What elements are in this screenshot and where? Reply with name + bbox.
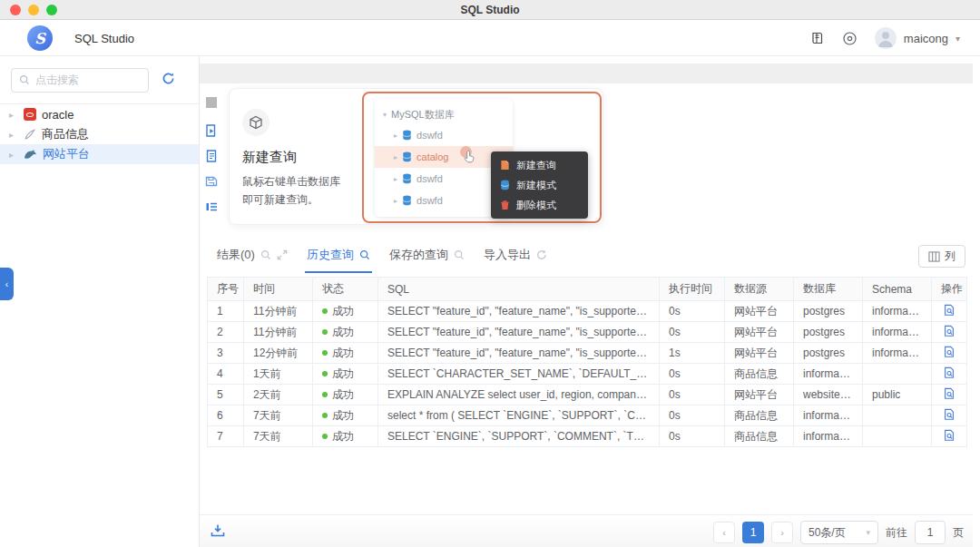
tab-results[interactable]: 结果(0) <box>215 243 289 271</box>
macos-titlebar: SQL Studio <box>0 0 980 20</box>
table-row: 1 11分钟前 成功 SELECT "feature_id", "feature… <box>208 301 967 322</box>
col-schema: Schema <box>863 278 932 301</box>
chevron-down-icon: ▾ <box>866 528 870 537</box>
document-icon[interactable] <box>204 149 219 163</box>
download-icon[interactable] <box>211 523 225 542</box>
empty-tab-strip <box>200 63 973 83</box>
sidebar-item-product-info[interactable]: ▸ 商品信息 <box>0 124 199 144</box>
expand-arrow-icon: ▸ <box>394 175 397 183</box>
status-dot <box>322 413 328 418</box>
user-menu[interactable]: maicong ▾ <box>875 27 960 49</box>
expand-arrow-icon: ▸ <box>394 132 397 140</box>
table-row: 5 2天前 成功 EXPLAIN ANALYZE select user_id,… <box>208 385 967 405</box>
table-row: 3 12分钟前 成功 SELECT "feature_id", "feature… <box>208 343 967 364</box>
sidebar-collapse-handle[interactable]: ‹ <box>0 268 14 300</box>
cube-icon <box>242 109 270 136</box>
docs-icon[interactable] <box>809 30 826 46</box>
expand-arrow-icon[interactable]: ▸ <box>9 130 18 140</box>
tree-item-label: oracle <box>42 108 74 122</box>
col-datasource: 数据源 <box>725 278 794 301</box>
file-search-icon <box>943 325 956 337</box>
col-time: 时间 <box>244 278 313 301</box>
prev-page-button[interactable]: ‹ <box>713 522 735 543</box>
database-icon <box>402 195 412 206</box>
goto-page-input[interactable] <box>915 521 946 544</box>
page-number-button[interactable]: 1 <box>742 522 764 543</box>
menu-item-delete-schema[interactable]: 删除模式 <box>491 195 588 215</box>
onboarding-title: 新建查询 <box>242 149 297 166</box>
view-query-button[interactable] <box>932 301 967 322</box>
columns-icon <box>928 251 940 262</box>
search-box <box>11 68 149 93</box>
view-query-button[interactable] <box>932 322 967 343</box>
settings-icon[interactable] <box>842 30 858 46</box>
save-icon[interactable] <box>204 174 219 189</box>
database-icon <box>402 151 412 162</box>
hand-cursor-icon <box>458 146 478 166</box>
app-logo-icon: S <box>27 25 53 51</box>
view-query-button[interactable] <box>932 426 967 447</box>
database-icon <box>402 130 412 141</box>
chevron-right-icon: › <box>780 527 784 538</box>
view-query-button[interactable] <box>932 385 967 405</box>
search-icon[interactable] <box>359 249 370 260</box>
goto-label: 前往 <box>886 525 907 541</box>
table-header-row: 序号 时间 状态 SQL 执行时间 数据源 数据库 Schema 操作 <box>208 278 967 301</box>
tab-history[interactable]: 历史查询 <box>305 243 372 273</box>
status-dot <box>322 434 328 439</box>
traffic-lights <box>10 5 57 15</box>
app-header: S SQL Studio maicong ▾ <box>0 20 980 56</box>
refresh-icon[interactable] <box>162 72 175 89</box>
file-search-icon <box>943 346 956 358</box>
vertical-toolbar <box>202 97 220 225</box>
search-icon[interactable] <box>260 249 271 260</box>
context-menu: 新建查询 新建模式 删除模式 <box>491 151 588 219</box>
placeholder-square-icon <box>206 97 217 108</box>
new-query-icon <box>500 160 510 171</box>
file-search-icon <box>943 366 956 379</box>
illustration-tree-root: ▾ MySQL数据库 <box>375 104 513 124</box>
refresh-icon[interactable] <box>536 249 547 260</box>
sidebar-item-website-platform[interactable]: ▸ 网站平台 <box>0 144 199 164</box>
sidebar: ▸ oracle ▸ 商品信息 ▸ 网站平台 <box>0 56 200 547</box>
tab-saved-queries[interactable]: 保存的查询 <box>387 243 466 271</box>
oracle-db-icon <box>24 108 36 121</box>
view-query-button[interactable] <box>932 343 967 364</box>
status-dot <box>322 371 328 376</box>
zoom-window-button[interactable] <box>46 5 57 15</box>
next-page-button[interactable]: › <box>771 522 793 543</box>
columns-button[interactable]: 列 <box>918 245 965 268</box>
expand-arrow-icon[interactable]: ▸ <box>9 110 18 120</box>
delete-schema-icon <box>500 200 510 210</box>
tree-item-label: 商品信息 <box>42 126 89 142</box>
menu-item-new-schema[interactable]: 新建模式 <box>491 175 588 195</box>
expand-arrow-icon[interactable]: ▸ <box>9 150 18 160</box>
status-dot <box>322 350 328 356</box>
chevron-left-icon: ‹ <box>722 527 726 538</box>
database-icon <box>402 173 412 184</box>
table-footer: ‹ 1 › 50条/页 ▾ 前往 页 <box>200 514 973 547</box>
menu-item-new-query[interactable]: 新建查询 <box>491 155 588 175</box>
minimize-window-button[interactable] <box>28 5 39 15</box>
search-icon <box>19 74 30 85</box>
col-actions: 操作 <box>932 278 967 301</box>
expand-icon[interactable] <box>277 249 288 260</box>
view-query-button[interactable] <box>932 405 967 426</box>
col-exec-time: 执行时间 <box>660 278 725 301</box>
list-icon[interactable] <box>204 200 219 214</box>
page-size-select[interactable]: 50条/页 ▾ <box>800 521 878 544</box>
sqlite-db-icon <box>24 128 36 141</box>
tab-import-export[interactable]: 导入导出 <box>482 243 549 271</box>
onboarding-card: 新建查询 鼠标右键单击数据库 即可新建查询。 ▾ MySQL数据库 ▸ dswf… <box>229 88 603 225</box>
file-search-icon <box>943 429 956 442</box>
illustration-tree-item: ▸ dswfd <box>375 124 513 146</box>
expand-arrow-icon: ▸ <box>394 153 397 161</box>
chevron-left-icon: ‹ <box>5 279 8 289</box>
search-icon[interactable] <box>454 249 465 260</box>
close-window-button[interactable] <box>10 5 21 15</box>
sidebar-item-oracle[interactable]: ▸ oracle <box>0 104 199 124</box>
run-script-icon[interactable] <box>204 123 219 138</box>
search-input[interactable] <box>35 73 126 86</box>
view-query-button[interactable] <box>932 364 967 385</box>
pagination: ‹ 1 › 50条/页 ▾ 前往 页 <box>713 521 964 544</box>
